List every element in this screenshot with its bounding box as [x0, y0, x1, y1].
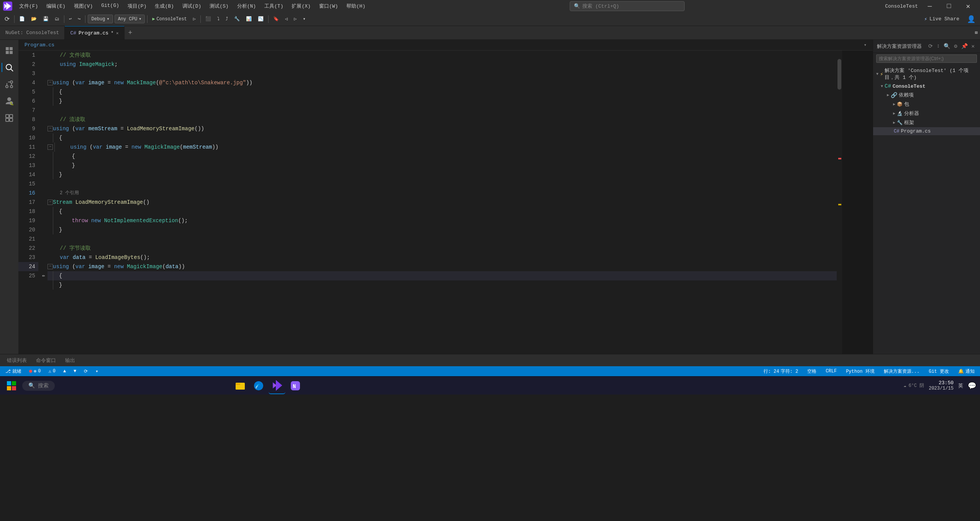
code-content[interactable]: // 文件读取 using ImageMagick ; − using ( — [41, 51, 837, 354]
se-expand-btn[interactable]: ↕ — [935, 42, 941, 50]
collapse-icon-4[interactable]: − — [48, 80, 53, 85]
menu-project[interactable]: 项目(P) — [124, 1, 150, 11]
taskbar-vs[interactable] — [269, 377, 285, 394]
save-all-btn[interactable]: 🗂 — [52, 15, 62, 23]
code-line-6: } — [48, 97, 837, 106]
se-pin-btn[interactable]: 📌 — [960, 42, 969, 50]
menu-tools[interactable]: 工具(T) — [261, 1, 287, 11]
debug-config-dropdown[interactable]: Debug ▾ — [88, 15, 113, 23]
tab-close-icon[interactable]: ✕ — [116, 31, 119, 36]
taskbar-clock[interactable]: 23:50 2023/1/15 — [929, 380, 954, 391]
status-line-col[interactable]: 行: 24 字符: 2 — [761, 367, 800, 375]
step-over-btn[interactable]: ⬛ — [203, 15, 213, 23]
status-notifications[interactable]: 🔔 通知 — [956, 367, 977, 375]
collapse-icon-16[interactable]: − — [48, 200, 53, 205]
menu-analyze[interactable]: 分析(N) — [233, 1, 260, 11]
se-packages-node[interactable]: ▶ 📦 包 — [873, 100, 980, 109]
activity-git[interactable] — [2, 77, 17, 92]
status-language[interactable]: Python 环境 — [844, 367, 877, 375]
scrollbar-thumb[interactable] — [837, 59, 841, 90]
lang-indicator[interactable]: 英 — [958, 382, 963, 389]
status-git-changes[interactable]: Git 更改 — [926, 367, 951, 375]
status-warnings[interactable]: ⚠ 0 — [46, 368, 57, 375]
collapse-icon-9[interactable]: − — [48, 126, 53, 131]
activity-extensions[interactable] — [2, 110, 17, 126]
run-button[interactable]: ▶ ConsoleTest — [150, 15, 189, 23]
menu-git[interactable]: Git(G) — [97, 1, 123, 11]
search-box[interactable]: 🔍 搜索 (Ctrl+Q) — [570, 1, 685, 11]
status-branch[interactable]: ⎇ 就绪 — [3, 367, 24, 375]
diagnostics-btn[interactable]: 📉 — [256, 15, 266, 23]
menu-edit[interactable]: 编辑(E) — [43, 1, 69, 11]
open-file-btn[interactable]: 📂 — [29, 15, 39, 23]
perf-btn[interactable]: 📊 — [244, 15, 254, 23]
collapse-icon-11[interactable]: − — [48, 144, 53, 150]
bookmark-menu[interactable]: ▾ — [301, 15, 308, 23]
taskbar-purple-icon[interactable]: N — [287, 377, 304, 394]
menu-window[interactable]: 窗口(W) — [315, 1, 342, 11]
status-solution-explorer[interactable]: 解决方案资源... — [882, 367, 922, 375]
bookmark-btn[interactable]: 🔖 — [271, 15, 281, 23]
se-close-btn[interactable]: ✕ — [970, 42, 976, 50]
start-button[interactable] — [4, 378, 19, 393]
se-filter-btn[interactable]: 🔍 — [942, 42, 952, 50]
activity-debug[interactable]: 🐛 — [2, 93, 17, 109]
tab-program[interactable]: C# Program.cs * ✕ — [65, 26, 124, 39]
close-button[interactable]: ✕ — [959, 0, 977, 12]
menu-view[interactable]: 视图(V) — [70, 1, 97, 11]
platform-dropdown[interactable]: Any CPU ▾ — [115, 15, 145, 23]
separator-5 — [200, 15, 201, 23]
taskbar-file-explorer[interactable] — [232, 377, 249, 394]
live-share-button[interactable]: ⚡ Live Share — [920, 15, 963, 23]
new-tab-button[interactable]: + — [125, 26, 136, 39]
menu-extensions[interactable]: 扩展(X) — [288, 1, 314, 11]
status-spaces[interactable]: 空格 — [805, 367, 819, 375]
status-errors[interactable]: ⊗ 0 — [27, 368, 43, 375]
step-out-btn[interactable]: ⤴ — [223, 15, 230, 23]
activity-explorer[interactable] — [2, 43, 17, 58]
undo-btn[interactable]: ↩ — [67, 15, 74, 23]
se-solution-node[interactable]: ▼ ⚡ 解决方案 'ConsoleTest' (1 个项目，共 1 个) — [873, 66, 980, 82]
step-in-btn[interactable]: ⤵ — [215, 15, 222, 23]
minimize-button[interactable]: — — [921, 0, 939, 12]
status-encoding[interactable]: CRLF — [823, 368, 839, 375]
search-taskbar-btn[interactable]: 🔍 搜索 — [22, 381, 55, 391]
status-down-arrow[interactable]: ▼ — [71, 368, 79, 375]
status-up-arrow[interactable]: ▲ — [61, 368, 68, 375]
taskbar-edge[interactable] — [250, 377, 267, 394]
se-search-input[interactable] — [876, 54, 977, 63]
se-settings-btn[interactable]: ⚙ — [952, 42, 959, 50]
se-project-node[interactable]: ▼ C# ConsoleTest — [873, 82, 980, 90]
menu-build[interactable]: 生成(B) — [151, 1, 177, 11]
menu-debug[interactable]: 调试(D) — [179, 1, 205, 11]
output-tab[interactable]: 输出 — [62, 356, 78, 365]
redo-btn[interactable]: ↪ — [75, 15, 83, 23]
errors-tab[interactable]: 错误列表 — [4, 356, 30, 365]
tab-nuget[interactable]: NuGet: ConsoleTest — [0, 26, 65, 39]
command-tab[interactable]: 命令窗口 — [33, 356, 59, 365]
vertical-scrollbar[interactable] — [837, 51, 842, 354]
split-editor-btn[interactable]: ⊞ — [973, 26, 980, 39]
status-git-options[interactable]: ▾ — [93, 368, 100, 375]
se-deps-node[interactable]: ▶ 🔗 依赖项 — [873, 90, 980, 100]
new-file-btn[interactable]: 📄 — [17, 15, 27, 23]
se-sync-btn[interactable]: ⟳ — [927, 42, 934, 50]
menu-file[interactable]: 文件(F) — [15, 1, 42, 11]
bookmark-prev[interactable]: ◁ — [283, 15, 290, 23]
save-btn[interactable]: 💾 — [41, 15, 51, 23]
bookmark-next[interactable]: ▷ — [292, 15, 299, 23]
menu-help[interactable]: 帮助(H) — [343, 1, 369, 11]
se-framework-node[interactable]: ▶ 🔧 框架 — [873, 118, 980, 127]
activity-search[interactable] — [2, 60, 17, 75]
taskbar-weather[interactable]: ☁ 6°C 阴 — [903, 382, 924, 389]
se-analyzers-node[interactable]: ▶ 🔬 分析器 — [873, 109, 980, 118]
se-file-node[interactable]: C# Program.cs — [873, 127, 980, 135]
git-icon[interactable]: ⟳ — [2, 14, 12, 24]
status-git-sync[interactable]: ⟳ — [82, 368, 90, 375]
user-icon[interactable]: 👤 — [965, 14, 978, 25]
notifications-taskbar[interactable]: 💬 — [968, 382, 976, 390]
maximize-button[interactable]: □ — [940, 0, 958, 12]
attach-btn[interactable]: 🔧 — [232, 15, 242, 23]
run-without-debug-btn[interactable]: ▷ — [191, 15, 198, 23]
menu-test[interactable]: 测试(S) — [206, 1, 232, 11]
